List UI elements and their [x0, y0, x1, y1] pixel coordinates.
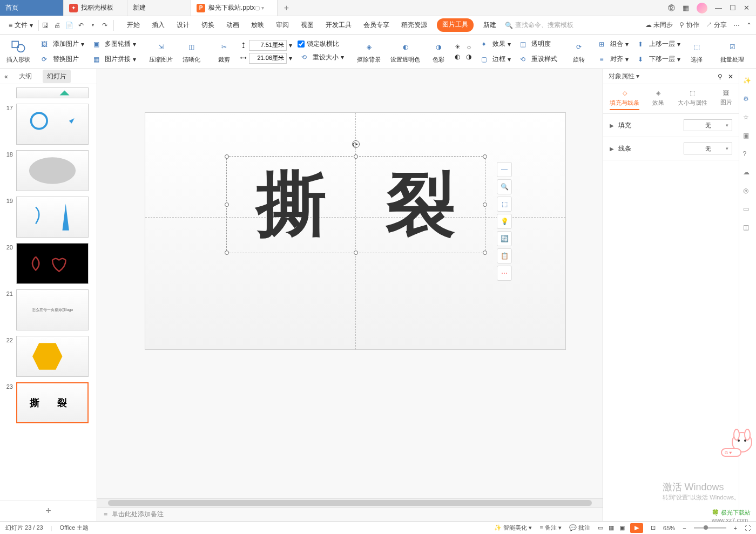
tab-home[interactable]: 首页	[0, 0, 64, 16]
menu-design[interactable]: 设计	[174, 18, 192, 32]
add-image-button[interactable]: 🖼添加图片 ▾	[38, 38, 84, 51]
menu-new[interactable]: 新建	[481, 18, 498, 32]
rotate-handle[interactable]: ⟳	[352, 140, 360, 148]
thumb-19[interactable]	[16, 197, 89, 238]
handle-mr[interactable]	[483, 202, 487, 207]
menu-transition[interactable]: 切换	[199, 18, 217, 32]
float-crop-icon[interactable]: ⬚	[497, 197, 512, 212]
menu-review[interactable]: 审阅	[274, 18, 291, 32]
selected-object[interactable]: ⟳ 撕 裂 — 🔍 ⬚ 💡 🔄	[226, 156, 485, 253]
contrast-button[interactable]: ◐	[455, 53, 461, 60]
minimize-button[interactable]: —	[715, 4, 722, 12]
slide[interactable]: ⟳ 撕 裂 — 🔍 ⬚ 💡 🔄	[145, 112, 566, 350]
notes-toggle[interactable]: ≡ 备注 ▾	[539, 524, 562, 532]
menu-start[interactable]: 开始	[125, 18, 142, 32]
smart-beauty-button[interactable]: ✨ 智能美化 ▾	[494, 524, 532, 532]
preset1-button[interactable]: ☼	[466, 43, 472, 51]
menu-pic-tools[interactable]: 图片工具	[437, 18, 474, 32]
reset-size-button[interactable]: ⟲重设大小 ▾	[298, 51, 344, 64]
replace-image-button[interactable]: ⟳替换图片	[38, 53, 84, 66]
outline-tab[interactable]: 大纲	[15, 70, 36, 83]
close-button[interactable]: ✕	[744, 4, 750, 12]
up-layer-button[interactable]: ⬆上移一层 ▾	[634, 38, 680, 51]
float-minus[interactable]: —	[497, 162, 512, 177]
view-sorter-icon[interactable]: ▦	[609, 524, 614, 531]
rail-layers-icon[interactable]: ▣	[743, 132, 753, 141]
float-extract-icon[interactable]: 📋	[497, 248, 512, 263]
border-button[interactable]: ▢边框 ▾	[477, 53, 511, 66]
rail-screen-icon[interactable]: ▭	[743, 205, 753, 215]
reset-style-button[interactable]: ⟲重设样式	[516, 53, 557, 66]
effects-button[interactable]: ✦效果 ▾	[477, 38, 511, 51]
rail-cloud-icon[interactable]: ☁	[743, 168, 753, 178]
line-section[interactable]: ▶ 线条 无	[603, 137, 739, 160]
image-join-button[interactable]: ▦图片拼接 ▾	[90, 53, 136, 66]
rotate-button[interactable]: ⟳旋转	[568, 39, 590, 64]
share-button[interactable]: ↗ 分享	[706, 21, 727, 30]
float-zoom-icon[interactable]: 🔍	[497, 179, 512, 194]
thumb-list[interactable]: 17 18 19 20 21怎么在每一页都添加logo 22 23撕 裂	[0, 84, 97, 501]
handle-br[interactable]	[483, 251, 487, 255]
rail-settings-icon[interactable]: ⚙	[743, 95, 753, 105]
down-layer-button[interactable]: ⬇下移一层 ▾	[634, 53, 680, 66]
handle-bm[interactable]	[354, 251, 358, 255]
props-pin-icon[interactable]: ⚲	[718, 73, 723, 80]
qa-redo-icon[interactable]: ↷	[99, 20, 110, 31]
zoom-out-button[interactable]: −	[683, 525, 686, 531]
fit-button[interactable]: ⊡	[651, 524, 656, 531]
rail-help-icon[interactable]: ?	[743, 150, 753, 160]
menu-member[interactable]: 会员专享	[361, 18, 392, 32]
apps-icon[interactable]: ▦	[683, 4, 689, 12]
multi-outline-button[interactable]: ▣多图轮播 ▾	[90, 38, 136, 51]
line-select[interactable]: 无	[684, 143, 732, 154]
add-slide-button[interactable]: +	[0, 501, 97, 521]
thumb-23[interactable]: 撕 裂	[16, 382, 89, 423]
zoom-slider[interactable]	[694, 527, 726, 529]
zoom-in-button[interactable]: +	[734, 525, 737, 531]
play-button[interactable]: ▶	[630, 523, 643, 533]
float-bulb-icon[interactable]: 💡	[497, 214, 512, 229]
handle-tm[interactable]	[354, 154, 358, 159]
view-reading-icon[interactable]: ▣	[619, 524, 625, 531]
crop-button[interactable]: ✂裁剪	[213, 39, 235, 64]
rail-star-icon[interactable]: ☆	[743, 113, 753, 123]
transparency-button[interactable]: ◫透明度	[516, 38, 557, 51]
sync-status[interactable]: ☁ 未同步	[645, 21, 673, 30]
collapse-thumbs[interactable]: «	[4, 73, 8, 80]
thumb-22[interactable]	[16, 336, 89, 377]
search-box[interactable]: 🔍 查找命令、搜索模板	[505, 21, 573, 30]
handle-tr[interactable]	[483, 154, 487, 159]
handle-bl[interactable]	[225, 251, 229, 255]
notes-bar[interactable]: ≡ 单击此处添加备注	[97, 507, 603, 521]
view-normal-icon[interactable]: ▭	[598, 524, 603, 531]
fill-section[interactable]: ▶ 填充 无	[603, 114, 739, 137]
props-tab-fill[interactable]: ◇填充与线条	[610, 90, 639, 110]
select-button[interactable]: ⬚选择	[686, 39, 707, 64]
thumb-21[interactable]: 怎么在每一页都添加logo	[16, 289, 89, 330]
qa-undo-drop[interactable]: ▾	[87, 20, 98, 31]
maximize-button[interactable]: ☐	[730, 4, 736, 12]
badge-icon[interactable]: ⑫	[668, 3, 675, 13]
tab-document[interactable]: P极光下载站.pptx▢ ▾	[191, 0, 278, 16]
qa-undo-icon[interactable]: ↶	[76, 20, 86, 31]
compress-button[interactable]: ⇲压缩图片	[147, 39, 175, 64]
menu-slideshow[interactable]: 放映	[249, 18, 266, 32]
menu-view[interactable]: 视图	[299, 18, 316, 32]
fill-select[interactable]: 无	[684, 119, 732, 131]
mascot[interactable]: G ♥	[720, 426, 753, 458]
coop-button[interactable]: ⚲ 协作	[679, 21, 699, 30]
width-input[interactable]	[249, 53, 287, 64]
remove-bg-button[interactable]: ◈抠除背景	[355, 39, 383, 64]
handle-ml[interactable]	[225, 202, 229, 207]
thumb-17[interactable]	[16, 104, 89, 145]
handle-tl[interactable]	[225, 154, 229, 159]
image-button[interactable]: 🖼图片	[752, 39, 756, 64]
thumb-18[interactable]	[16, 150, 89, 191]
menu-more[interactable]: ⋯	[733, 22, 740, 29]
batch-button[interactable]: ☑批量处理	[718, 39, 746, 64]
props-tab-effect[interactable]: ◈效果	[652, 90, 664, 110]
align-button[interactable]: ≡对齐 ▾	[595, 53, 629, 66]
menu-insert[interactable]: 插入	[150, 18, 167, 32]
rail-location-icon[interactable]: ◎	[743, 187, 753, 197]
lock-ratio-checkbox[interactable]	[298, 40, 305, 48]
